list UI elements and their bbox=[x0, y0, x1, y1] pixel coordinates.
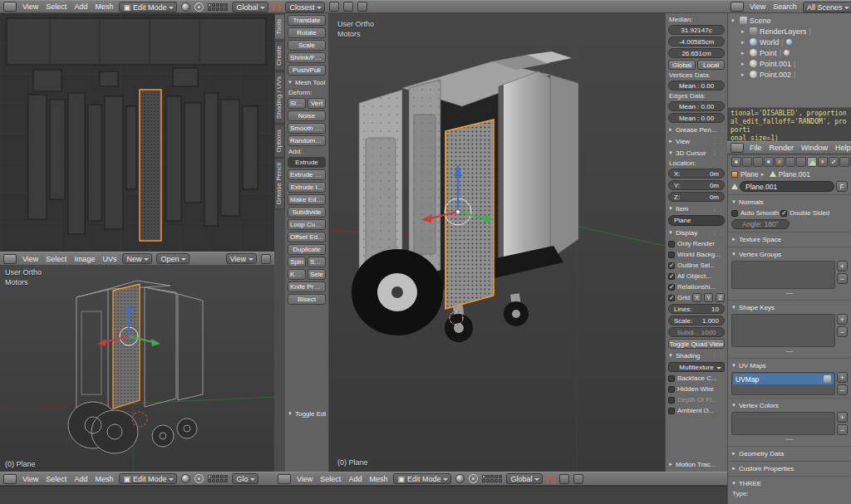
pivot-center-icon[interactable] bbox=[194, 2, 204, 12]
uv-maps-list[interactable]: UVMap bbox=[731, 372, 835, 395]
render-anim-icon[interactable] bbox=[357, 2, 367, 12]
cursor-panel-header[interactable]: ▼3D Cursor⋮⋮ bbox=[668, 148, 725, 158]
local-toggle-button[interactable]: Local bbox=[697, 60, 725, 70]
offset-edge-button[interactable]: Offset Ed... bbox=[288, 232, 326, 242]
knife-button[interactable]: Knife bbox=[288, 269, 306, 280]
vertex-slide-button[interactable]: Vert bbox=[307, 98, 326, 109]
mvp-orientation-dropdown[interactable]: Global bbox=[506, 473, 543, 484]
auto-smooth-angle-field[interactable]: Angle: 180° bbox=[731, 219, 790, 229]
item-panel-header[interactable]: ▼Item⋮⋮ bbox=[668, 203, 725, 213]
menu-select[interactable]: Select bbox=[44, 2, 68, 11]
double-sided-checkbox[interactable]: Double Sided bbox=[780, 208, 829, 218]
median-x-field[interactable]: 31.92147c bbox=[668, 25, 725, 35]
add-uvmap-button[interactable]: + bbox=[837, 372, 848, 383]
menu-help[interactable]: Help bbox=[834, 144, 851, 152]
lvp-menu-mesh[interactable]: Mesh bbox=[93, 475, 115, 483]
noise-button[interactable]: Noise bbox=[288, 110, 326, 121]
outline-selected-checkbox[interactable]: Outline Sel... bbox=[668, 261, 725, 270]
mvp-pivot-icon[interactable] bbox=[469, 474, 478, 483]
motion-tracking-panel-header[interactable]: ►Motion Trac... bbox=[668, 459, 725, 469]
grid-y-button[interactable]: Y bbox=[704, 293, 713, 302]
make-edge-face-button[interactable]: Make Edg... bbox=[288, 194, 326, 205]
scale-button[interactable]: Scale bbox=[288, 40, 326, 51]
snap-magnet-icon[interactable] bbox=[273, 2, 281, 11]
breadcrumb-data[interactable]: Plane.001 bbox=[779, 170, 810, 179]
mvp-layers-widget[interactable] bbox=[482, 475, 502, 482]
grid-z-button[interactable]: Z bbox=[716, 293, 725, 302]
vertex-groups-specials[interactable]: — bbox=[731, 291, 848, 297]
render-camera-icon[interactable] bbox=[824, 375, 831, 383]
mvp-menu-add[interactable]: Add bbox=[347, 475, 363, 483]
mvp-menu-view[interactable]: View bbox=[295, 475, 314, 483]
menu-add[interactable]: Add bbox=[72, 2, 89, 11]
uv-menu-image[interactable]: Image bbox=[72, 255, 96, 263]
wireframe-viewport[interactable]: User Ortho Motors (0) Plane bbox=[0, 266, 274, 472]
item-name-field[interactable]: Plane bbox=[668, 215, 725, 226]
expand-icon[interactable]: ▸ bbox=[741, 39, 747, 46]
backface-culling-checkbox[interactable]: Backface C... bbox=[668, 374, 725, 383]
uv-menu-view[interactable]: View bbox=[21, 255, 40, 263]
outliner-row-point[interactable]: ▸ Point | bbox=[731, 47, 848, 58]
ambient-occlusion-checkbox[interactable]: Ambient O... bbox=[668, 406, 725, 415]
tab-grease-pencil[interactable]: Grease Pencil bbox=[274, 158, 285, 209]
lvp-mode-dropdown[interactable]: ▣Edit Mode bbox=[119, 473, 177, 484]
info-editor-icon[interactable] bbox=[730, 143, 744, 153]
expand-icon[interactable]: ▸ bbox=[741, 61, 747, 67]
shape-keys-specials[interactable]: — bbox=[731, 349, 848, 355]
lvp-menu-add[interactable]: Add bbox=[72, 475, 89, 483]
uv-menu-uvs[interactable]: UVs bbox=[101, 255, 118, 263]
screw-button[interactable]: Scre bbox=[307, 257, 326, 267]
vertex-colors-specials[interactable]: — bbox=[731, 437, 848, 443]
tab-tools[interactable]: Tools bbox=[274, 14, 285, 40]
add-shape-key-button[interactable]: + bbox=[837, 314, 848, 325]
toggle-quad-view-button[interactable]: Toggle Quad View bbox=[668, 339, 725, 349]
info-log[interactable]: tional='DISABLED', proportional_edit_fal… bbox=[727, 107, 851, 141]
randomize-button[interactable]: Randomize bbox=[288, 135, 326, 146]
push-pull-button[interactable]: Push/Pull bbox=[288, 65, 326, 76]
breadcrumb-object[interactable]: Plane bbox=[740, 170, 759, 179]
open-image-button[interactable]: Open bbox=[156, 253, 189, 264]
vertex-colors-list[interactable] bbox=[731, 412, 835, 435]
texture-space-panel-header[interactable]: ►Texture Space bbox=[731, 234, 848, 244]
outliner-menu-search[interactable]: Search bbox=[771, 2, 799, 11]
global-toggle-button[interactable]: Global bbox=[668, 60, 696, 70]
main-viewport[interactable]: User Ortho Motors (0) Plane bbox=[329, 13, 665, 472]
outliner-row-point-001[interactable]: ▸ Point.001 | bbox=[731, 58, 848, 69]
vertex-groups-list[interactable] bbox=[731, 261, 835, 289]
uv-editor-canvas[interactable] bbox=[0, 13, 274, 252]
lvp-orientation-dropdown[interactable]: Glo bbox=[232, 473, 258, 484]
median-z-field[interactable]: 26.651cm bbox=[668, 48, 725, 58]
expand-icon[interactable]: ▸ bbox=[741, 71, 747, 78]
outliner-row-renderlayers[interactable]: ▸ RenderLayers | bbox=[731, 26, 848, 37]
tab-object-icon[interactable] bbox=[775, 157, 785, 167]
outliner-display-dropdown[interactable]: All Scenes bbox=[803, 2, 851, 12]
vertex-groups-panel-header[interactable]: ▼Vertex Groups bbox=[731, 249, 848, 259]
median-y-field[interactable]: -4.00585cm bbox=[668, 37, 725, 46]
three-panel-header[interactable]: ▼THREE bbox=[731, 478, 848, 488]
fake-user-button[interactable]: F bbox=[836, 181, 848, 192]
tab-object-data-icon[interactable] bbox=[807, 157, 817, 167]
uv-editor-icon[interactable] bbox=[3, 254, 17, 264]
spin-button[interactable]: Spin bbox=[288, 257, 306, 267]
mvp-shading-icon[interactable] bbox=[455, 474, 465, 483]
menu-file[interactable]: File bbox=[748, 144, 764, 152]
remove-vertex-color-button[interactable]: − bbox=[837, 424, 848, 435]
tab-create[interactable]: Create bbox=[274, 41, 285, 71]
cursor-z-field[interactable]: Z:0m bbox=[668, 192, 725, 202]
cursor-x-field[interactable]: X:0m bbox=[668, 169, 725, 179]
lvp-menu-select[interactable]: Select bbox=[44, 475, 68, 483]
extrude-button[interactable]: Extrude bbox=[288, 157, 326, 168]
display-panel-header[interactable]: ▼Display⋮⋮ bbox=[668, 228, 725, 237]
mvp-mode-dropdown[interactable]: ▣Edit Mode bbox=[393, 473, 451, 484]
uv-pivot-icon[interactable] bbox=[261, 254, 271, 264]
duplicate-button[interactable]: Duplicate bbox=[288, 244, 326, 255]
caster-wheel-left[interactable] bbox=[445, 305, 473, 342]
rotate-button[interactable]: Rotate bbox=[288, 27, 326, 38]
uv-view-dropdown[interactable]: View bbox=[226, 253, 257, 264]
proportional-edit-icon[interactable] bbox=[329, 2, 339, 12]
mvp-snap-target-icon[interactable] bbox=[559, 474, 569, 484]
layers-widget[interactable] bbox=[208, 3, 228, 11]
add-vertex-group-button[interactable]: + bbox=[837, 261, 848, 272]
add-vertex-color-button[interactable]: + bbox=[837, 412, 848, 423]
tab-shading-uvs[interactable]: Shading / UVs bbox=[274, 71, 285, 124]
